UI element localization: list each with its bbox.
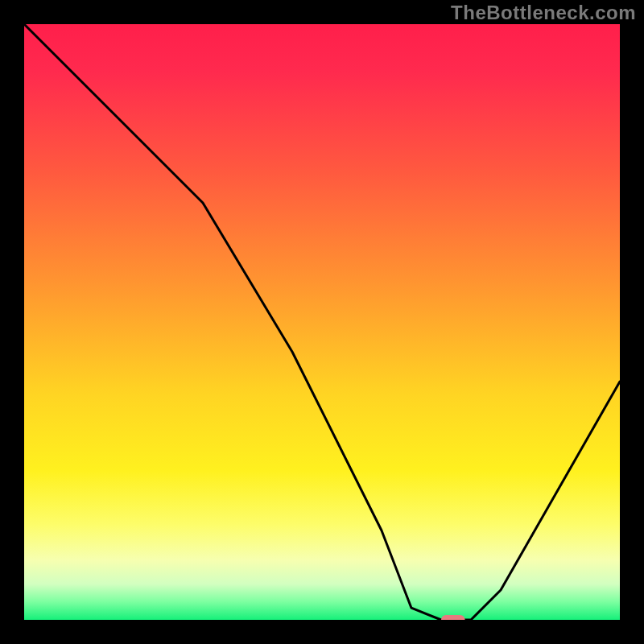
frame-bottom xyxy=(0,620,644,644)
bottleneck-chart xyxy=(0,0,644,644)
chart-container: TheBottleneck.com xyxy=(0,0,644,644)
frame-left xyxy=(0,0,24,644)
frame-right xyxy=(620,0,644,644)
watermark: TheBottleneck.com xyxy=(451,2,636,24)
